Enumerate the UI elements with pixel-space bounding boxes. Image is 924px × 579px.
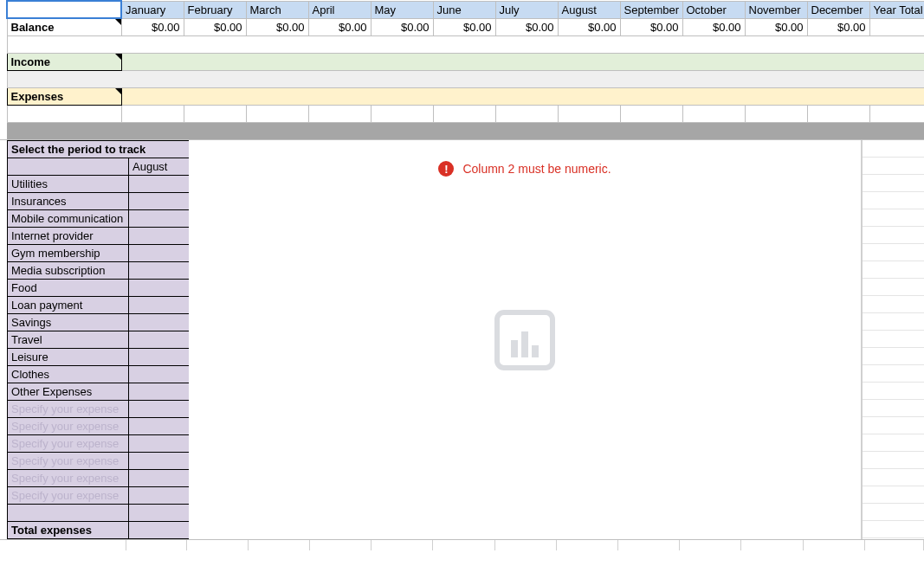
category-label[interactable]: Insurances: [8, 193, 129, 210]
expenses-row: Expenses: [0, 87, 924, 105]
placeholder-row: Specify your expense: [8, 470, 190, 487]
period-tracker-title: Select the period to track: [8, 141, 190, 158]
col-header[interactable]: July: [495, 1, 558, 18]
placeholder-label[interactable]: Specify your expense: [8, 401, 129, 418]
category-label[interactable]: Mobile communication: [8, 210, 129, 228]
spacer-row: [0, 35, 924, 53]
category-value[interactable]: [129, 176, 190, 193]
category-label[interactable]: Gym membership: [8, 245, 129, 262]
month-header-row: January February March April May June Ju…: [0, 1, 924, 18]
balance-cell[interactable]: $0.00: [308, 18, 371, 35]
budget-grid[interactable]: January February March April May June Ju…: [0, 0, 924, 139]
svg-rect-3: [532, 345, 539, 357]
category-value[interactable]: [129, 366, 190, 383]
category-row: Travel: [8, 331, 190, 349]
category-label[interactable]: Savings: [8, 314, 129, 331]
balance-cell[interactable]: $0.00: [807, 18, 869, 35]
blank-row: [0, 105, 924, 122]
col-header[interactable]: November: [745, 1, 807, 18]
col-header[interactable]: October: [682, 1, 745, 18]
balance-year-total[interactable]: [869, 18, 924, 35]
chart-error-text: Column 2 must be numeric.: [462, 162, 611, 176]
col-header[interactable]: September: [620, 1, 682, 18]
category-value[interactable]: [129, 193, 190, 210]
category-label[interactable]: Loan payment: [8, 297, 129, 314]
placeholder-label[interactable]: Specify your expense: [8, 435, 129, 453]
balance-cell[interactable]: $0.00: [246, 18, 308, 35]
category-row: Utilities: [8, 176, 190, 193]
placeholder-row: Specify your expense: [8, 487, 190, 505]
balance-cell[interactable]: $0.00: [121, 18, 184, 35]
placeholder-label[interactable]: Specify your expense: [8, 453, 129, 470]
balance-cell[interactable]: $0.00: [558, 18, 620, 35]
col-header[interactable]: August: [558, 1, 620, 18]
category-row: Internet provider: [8, 228, 190, 245]
placeholder-label[interactable]: Specify your expense: [8, 487, 129, 505]
placeholder-row: Specify your expense: [8, 453, 190, 470]
category-value[interactable]: [129, 349, 190, 366]
expenses-label[interactable]: Expenses: [7, 87, 121, 105]
income-body[interactable]: [121, 53, 924, 70]
col-header-year-total[interactable]: Year Total: [869, 1, 924, 18]
expenses-body[interactable]: [121, 87, 924, 105]
category-value[interactable]: [129, 314, 190, 331]
col-header[interactable]: January: [121, 1, 184, 18]
category-value[interactable]: [129, 331, 190, 349]
balance-cell[interactable]: $0.00: [433, 18, 495, 35]
bottom-row-cells: [0, 539, 924, 550]
total-expenses-value[interactable]: [129, 522, 190, 539]
category-row: Savings: [8, 314, 190, 331]
income-label[interactable]: Income: [7, 53, 121, 70]
col-header[interactable]: December: [807, 1, 869, 18]
right-gutter: [862, 140, 924, 539]
placeholder-value[interactable]: [129, 470, 190, 487]
placeholder-label[interactable]: Specify your expense: [8, 470, 129, 487]
category-label[interactable]: Clothes: [8, 366, 129, 383]
category-row: Food: [8, 280, 190, 297]
income-row: Income: [0, 53, 924, 70]
balance-cell[interactable]: $0.00: [184, 18, 246, 35]
placeholder-value[interactable]: [129, 453, 190, 470]
period-blank[interactable]: [8, 158, 129, 176]
spreadsheet-viewport[interactable]: January February March April May June Ju…: [0, 0, 924, 579]
col-header[interactable]: February: [184, 1, 246, 18]
svg-rect-2: [521, 331, 528, 357]
balance-cell[interactable]: $0.00: [371, 18, 433, 35]
col-header[interactable]: April: [308, 1, 371, 18]
category-label[interactable]: Media subscription: [8, 262, 129, 280]
col-header[interactable]: March: [246, 1, 308, 18]
category-label[interactable]: Food: [8, 280, 129, 297]
category-label[interactable]: Utilities: [8, 176, 129, 193]
placeholder-value[interactable]: [129, 487, 190, 505]
period-selected-month[interactable]: August: [129, 158, 190, 176]
placeholder-value[interactable]: [129, 418, 190, 435]
balance-label[interactable]: Balance: [7, 18, 121, 35]
balance-cell[interactable]: $0.00: [745, 18, 807, 35]
placeholder-row: Specify your expense: [8, 401, 190, 418]
category-label[interactable]: Travel: [8, 331, 129, 349]
category-value[interactable]: [129, 210, 190, 228]
chart-placeholder-icon: [494, 309, 556, 371]
category-value[interactable]: [129, 280, 190, 297]
balance-cell[interactable]: $0.00: [495, 18, 558, 35]
balance-cell[interactable]: $0.00: [682, 18, 745, 35]
category-label[interactable]: Internet provider: [8, 228, 129, 245]
category-row: Mobile communication: [8, 210, 190, 228]
balance-cell[interactable]: $0.00: [620, 18, 682, 35]
category-value[interactable]: [129, 245, 190, 262]
category-value[interactable]: [129, 383, 190, 401]
category-value[interactable]: [129, 297, 190, 314]
placeholder-row: Specify your expense: [8, 418, 190, 435]
placeholder-label[interactable]: Specify your expense: [8, 418, 129, 435]
col-header[interactable]: June: [433, 1, 495, 18]
chart-area[interactable]: ! Column 2 must be numeric.: [189, 140, 862, 539]
col-header[interactable]: May: [371, 1, 433, 18]
category-label[interactable]: Other Expenses: [8, 383, 129, 401]
placeholder-value[interactable]: [129, 435, 190, 453]
active-cell[interactable]: [7, 1, 121, 18]
category-value[interactable]: [129, 262, 190, 280]
placeholder-value[interactable]: [129, 401, 190, 418]
category-value[interactable]: [129, 228, 190, 245]
category-label[interactable]: Leisure: [8, 349, 129, 366]
category-row: Insurances: [8, 193, 190, 210]
